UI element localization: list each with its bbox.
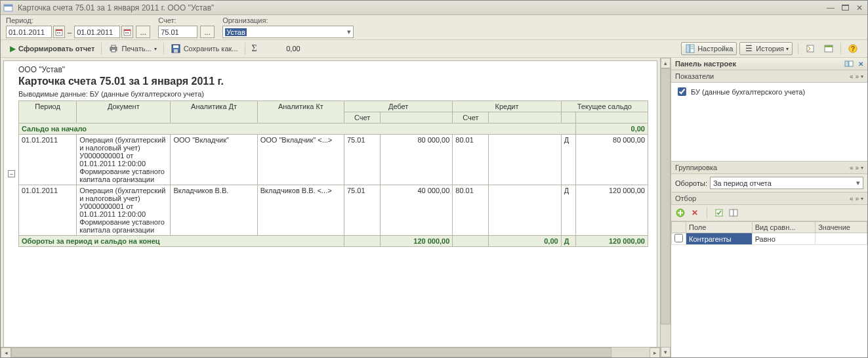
svg-rect-16 [173,45,178,48]
report-table: Период Документ Аналитика Дт Аналитика К… [18,101,648,247]
grouping-header[interactable]: Группировка « »▾ [671,162,867,174]
titlebar: Карточка счета 75.01 за 1 января 2011 г.… [1,1,867,15]
sigma-button[interactable]: Σ [248,42,261,55]
turns-select[interactable]: За период отчета ▾ [710,177,863,189]
svg-rect-34 [734,210,737,216]
minimize-button[interactable]: — [825,3,836,12]
disk-icon [171,43,181,54]
svg-rect-18 [686,45,690,53]
window: Карточка счета 75.01 за 1 января 2011 г.… [0,0,868,358]
panel-title: Панель настроек ✕ [671,58,867,70]
date-from-input[interactable]: 01.01.2011 [6,26,52,38]
maximize-button[interactable] [840,3,850,12]
svg-text:?: ? [851,45,855,53]
svg-rect-6 [57,32,58,34]
window-title: Карточка счета 75.01 за 1 января 2011 г.… [18,3,825,12]
org-input[interactable]: Устав ▾ [222,26,354,38]
date-from-calendar[interactable] [53,26,65,38]
add-filter-icon[interactable] [675,208,686,218]
filter-tool-2-icon[interactable] [728,208,739,218]
report-subtitle: Выводимые данные: БУ (данные бухгалтерск… [18,90,650,98]
help-button[interactable]: ? [844,42,862,55]
period-select-button[interactable]: ... [136,26,150,38]
printer-icon [108,43,119,54]
svg-rect-13 [112,45,115,47]
report-org: ООО "Устав" [18,65,650,74]
filter-bar: Период: 01.01.2011 – 01.01.2011 ... Счет… [1,15,867,39]
settings-button[interactable]: Настройка [681,42,737,55]
org-label: Организация: [222,16,354,24]
svg-rect-14 [112,49,115,52]
app-icon [3,3,14,12]
table-row[interactable]: 01.01.2011Операция (бухгалтерский и нало… [19,185,648,236]
remove-filter-icon[interactable]: ✕ [690,208,700,218]
filter-grid[interactable]: Поле Вид сравн... Значение Контрагенты Р… [671,221,867,245]
svg-rect-11 [127,32,129,34]
panel-close-icon[interactable]: ✕ [858,60,863,68]
report-title: Карточка счета 75.01 за 1 января 2011 г. [18,76,650,87]
date-to-calendar[interactable] [121,26,133,38]
settings-panel: Панель настроек ✕ Показатели « »▾ БУ (да… [671,58,867,357]
turns-label: Обороты: [675,179,707,187]
filter-row: Контрагенты Равно [672,233,867,245]
svg-rect-24 [825,45,833,47]
save-button[interactable]: Сохранить как... [167,42,242,55]
collapse-button[interactable]: − [8,170,15,177]
svg-rect-9 [124,30,131,31]
svg-rect-17 [174,49,178,53]
account-label: Счет: [158,16,215,24]
date-to-input[interactable]: 01.01.2011 [74,26,120,38]
svg-rect-28 [849,61,853,66]
list-icon: ☰ [743,43,754,54]
table-row[interactable]: 01.01.2011Операция (бухгалтерский и нало… [19,135,648,185]
period-label: Период: [6,16,150,24]
vertical-scrollbar[interactable]: ▴ ▾ [660,58,671,357]
history-button[interactable]: ☰История▾ [739,42,793,55]
help-icon: ? [848,43,858,54]
chevron-down-icon: ▾ [347,28,351,36]
indicator-checkbox[interactable]: БУ (данные бухгалтерского учета) [675,85,863,98]
svg-rect-5 [56,30,62,31]
svg-rect-1 [4,5,12,7]
horizontal-scrollbar[interactable]: ◂ ▸ [1,347,660,357]
account-select-button[interactable]: ... [200,26,215,38]
filter-header[interactable]: Отбор « »▾ [671,192,867,205]
report-area: − ООО "Устав" Карточка счета 75.01 за 1 … [1,58,660,347]
close-button[interactable]: ✕ [854,3,865,12]
print-button[interactable]: Печать...▾ [104,42,160,55]
svg-rect-7 [59,32,60,34]
svg-rect-33 [730,210,734,216]
svg-rect-27 [845,61,848,66]
toolbar: ▶Сформировать отчет Печать...▾ Сохранить… [1,39,867,58]
svg-rect-10 [125,32,127,34]
chevron-down-icon: ▾ [856,179,860,187]
filter-tool-1-icon[interactable] [714,208,724,218]
settings-icon [685,43,695,54]
sigma-value: 0,00 [261,45,300,53]
indicators-header[interactable]: Показатели « »▾ [671,70,867,83]
form-report-button[interactable]: ▶Сформировать отчет [6,43,98,55]
account-input[interactable]: 75.01 [158,26,197,38]
tool-button-1[interactable] [801,42,819,55]
panel-toggle-icon[interactable] [844,60,854,67]
tool-button-2[interactable] [819,42,838,55]
